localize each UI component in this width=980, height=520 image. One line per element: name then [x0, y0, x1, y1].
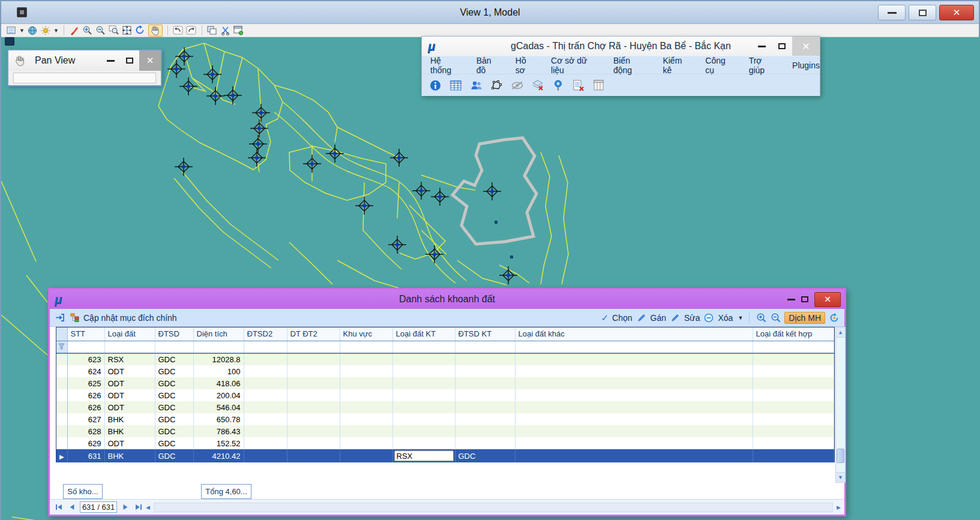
next-record-icon[interactable]: [119, 502, 130, 513]
maximize-button[interactable]: [909, 5, 936, 20]
previous-record-icon[interactable]: [67, 502, 77, 513]
columns-icon[interactable]: [592, 79, 605, 92]
menu-plugins[interactable]: Plugins: [792, 61, 820, 70]
locate-icon[interactable]: [552, 79, 564, 92]
pan-view-tool-active[interactable]: [148, 25, 163, 37]
gcadas-maximize-button[interactable]: [772, 37, 792, 56]
col-loai-dat[interactable]: Loại đất: [104, 327, 155, 341]
info-icon[interactable]: [429, 79, 442, 92]
parcel-count-button[interactable]: Số kho...: [63, 484, 103, 499]
table-row[interactable]: 626ODTGDC200.04: [56, 389, 834, 401]
refresh-icon[interactable]: [829, 312, 840, 323]
zoom-in-icon[interactable]: [756, 312, 766, 323]
assign-button[interactable]: Gán: [651, 313, 666, 323]
hide-icon[interactable]: [511, 79, 523, 92]
col-dien-tich[interactable]: Diện tích: [193, 327, 244, 341]
update-view-icon[interactable]: [69, 25, 80, 36]
zoom-in-icon[interactable]: [82, 25, 93, 36]
type-kt-editor-cell[interactable]: RSX: [394, 450, 454, 461]
table-row[interactable]: 624ODTGDC100: [56, 365, 834, 377]
remove-layers-icon[interactable]: [531, 79, 544, 92]
menu-co-so-du-lieu[interactable]: Cơ sở dữ liệu: [551, 56, 599, 75]
attribute-table-icon[interactable]: [449, 79, 462, 92]
minimize-button[interactable]: [878, 5, 906, 20]
pan-view-titlebar[interactable]: Pan View ✕: [8, 50, 161, 71]
polygon-icon[interactable]: [490, 79, 503, 92]
menu-ban-do[interactable]: Bản đồ: [476, 56, 501, 75]
col-loai-dat-kt[interactable]: Loại đất KT: [392, 327, 455, 341]
gcadas-titlebar[interactable]: μ gCadas - Thị trấn Chợ Rã - Huyện Ba Bể…: [422, 37, 820, 56]
horizontal-scrollbar[interactable]: [154, 503, 833, 512]
delete-button[interactable]: Xóa: [718, 313, 733, 323]
table-row[interactable]: 623RSXGDC12028.8: [56, 353, 834, 365]
hscroll-left-icon[interactable]: ◀: [146, 504, 150, 510]
col-loai-dat-ket-hop[interactable]: Loại đất kết hợp: [753, 327, 834, 341]
display-style-icon[interactable]: [27, 25, 38, 36]
col-loai-dat-khac[interactable]: Loại đất khác: [515, 327, 753, 341]
table-row[interactable]: 625ODTGDC418.06: [56, 377, 834, 389]
hierarchy-icon[interactable]: [69, 312, 80, 323]
translate-mh-button[interactable]: Dịch MH: [784, 312, 825, 324]
scroll-up-icon[interactable]: ▲: [836, 327, 845, 338]
table-row[interactable]: 627BHKGDC650.78: [56, 413, 834, 425]
delete-dropdown-icon[interactable]: ▼: [738, 315, 743, 321]
clip-volume-icon[interactable]: [220, 25, 231, 36]
menu-cong-cu[interactable]: Công cụ: [705, 56, 734, 75]
menu-tro-giup[interactable]: Trợ giúp: [749, 56, 778, 75]
view-previous-icon[interactable]: [173, 25, 184, 36]
first-record-icon[interactable]: [53, 502, 64, 513]
parcel-titlebar[interactable]: μ Danh sách khoanh đất ✕: [50, 290, 844, 309]
view-settings-icon[interactable]: [233, 25, 244, 36]
col-dt-dt2[interactable]: DT ĐT2: [287, 327, 340, 341]
users-icon[interactable]: [470, 79, 482, 92]
gcadas-close-button[interactable]: ✕: [792, 37, 820, 56]
update-main-purpose-button[interactable]: Cập nhật mục đích chính: [83, 313, 177, 323]
table-row[interactable]: 629ODTGDC152.52: [56, 437, 834, 449]
selected-table-row[interactable]: ▶ 631 BHK GDC 4210.42 RSX GDC: [56, 449, 834, 462]
parcel-close-button[interactable]: ✕: [814, 292, 841, 307]
col-dtsd2[interactable]: ĐTSD2: [244, 327, 287, 341]
menu-ho-so[interactable]: Hồ sơ: [516, 56, 537, 75]
parcel-table[interactable]: STT Loại đất ĐTSD Diện tích ĐTSD2 DT ĐT2…: [56, 327, 835, 462]
view-next-icon[interactable]: [186, 25, 197, 36]
col-dtsd-kt[interactable]: ĐTSD KT: [455, 327, 515, 341]
pan-maximize-button[interactable]: [120, 50, 139, 71]
pan-close-button[interactable]: ✕: [139, 50, 161, 71]
menu-kiem-ke[interactable]: Kiểm kê: [663, 56, 691, 75]
hscroll-right-icon[interactable]: ▶: [837, 504, 841, 510]
view-attributes-icon[interactable]: [6, 25, 17, 36]
col-dtsd[interactable]: ĐTSD: [155, 327, 193, 341]
fit-view-icon[interactable]: [122, 25, 133, 36]
parcel-minimize-button[interactable]: [787, 299, 795, 300]
window-area-icon[interactable]: [109, 25, 119, 36]
last-record-icon[interactable]: [133, 502, 143, 513]
remove-document-icon[interactable]: [572, 79, 585, 92]
pan-view-settings-field[interactable]: [13, 73, 156, 83]
view-menu-icon[interactable]: [5, 37, 14, 46]
chevron-down-icon[interactable]: ▼: [19, 28, 25, 34]
filter-row[interactable]: [56, 341, 834, 353]
close-button[interactable]: ✕: [939, 5, 974, 20]
col-stt[interactable]: STT: [67, 327, 104, 341]
parcel-maximize-button[interactable]: [801, 296, 808, 302]
table-row[interactable]: 626ODTGDC546.04: [56, 401, 834, 413]
rotate-view-icon[interactable]: [135, 25, 146, 36]
select-button[interactable]: Chọn: [612, 313, 632, 323]
zoom-out-icon[interactable]: [95, 25, 106, 36]
copy-view-icon[interactable]: [207, 25, 218, 36]
apply-arrow-icon[interactable]: [55, 312, 65, 323]
total-area-button[interactable]: Tổng 4,60...: [201, 484, 251, 499]
scroll-down-icon[interactable]: ▼: [836, 472, 845, 482]
vertical-scrollbar[interactable]: ▲ ▼: [835, 327, 846, 483]
zoom-out-icon[interactable]: [770, 312, 781, 323]
pan-minimize-button[interactable]: [101, 50, 120, 71]
chevron-down-icon[interactable]: ▼: [53, 28, 59, 34]
edit-button[interactable]: Sửa: [684, 313, 700, 323]
brightness-icon[interactable]: [40, 25, 51, 36]
scrollbar-thumb[interactable]: [837, 449, 844, 463]
col-khu-vuc[interactable]: Khu vực: [340, 327, 392, 341]
gcadas-minimize-button[interactable]: [751, 37, 772, 56]
menu-bien-dong[interactable]: Biến động: [613, 56, 648, 75]
table-row[interactable]: 628BHKGDC786.43: [56, 425, 834, 437]
menu-he-thong[interactable]: Hệ thống: [430, 56, 462, 75]
